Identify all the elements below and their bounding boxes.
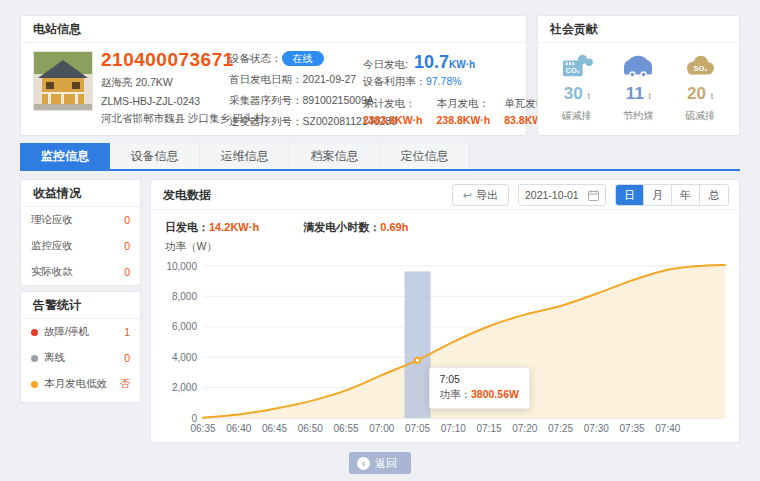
first-gen-date: 2021-09-27 (303, 73, 357, 85)
tab-operation-info[interactable]: 运维信息 (200, 143, 290, 169)
chart-panel-title: 发电数据 (163, 188, 211, 202)
so2-unit: t (711, 91, 714, 101)
svg-text:CO₂: CO₂ (565, 66, 580, 75)
so2-cloud-icon: SO₂ (683, 53, 717, 81)
co2-number: 30 (564, 84, 583, 103)
alarm-stats-panel: 告警统计 故障/停机1 离线0 本月发电低效否 (20, 291, 141, 403)
total-generation-value: 2383.8KW·h (363, 114, 423, 126)
month-generation-label: 本月发电： (437, 97, 491, 111)
month-generation: 本月发电： 238.8KW·h (437, 97, 491, 126)
today-generation-label: 今日发电: (363, 58, 408, 70)
collector-label: 采集器序列号： (229, 94, 303, 106)
revenue-panel-title: 收益情况 (21, 180, 140, 207)
row-label: 理论应收 (31, 213, 73, 227)
low-efficiency-status-dot (31, 381, 38, 388)
range-month-button[interactable]: 月 (644, 185, 672, 206)
device-status-label: 设备状态： (229, 52, 282, 64)
range-year-button[interactable]: 年 (672, 185, 700, 206)
status-badge: 在线 (282, 51, 324, 66)
date-picker[interactable]: 2021-10-01 (518, 184, 606, 206)
svg-text:06:50: 06:50 (298, 423, 323, 434)
coal-unit: t (649, 91, 652, 101)
utilization-value: 97.78% (426, 75, 462, 87)
collector-row: 采集器序列号：89100215009A (229, 93, 369, 108)
coal-number: 11 (626, 84, 644, 103)
so2-reduction-item: SO₂ 20 t 硫减排 (683, 53, 717, 123)
inverter-label: 逆变器序列号： (229, 115, 303, 127)
svg-text:07:20: 07:20 (512, 423, 537, 434)
tooltip-time: 7:05 (440, 373, 519, 385)
row-label-wrap: 本月发电低效 (31, 377, 107, 391)
coal-truck-icon (621, 53, 655, 81)
svg-text:07:05: 07:05 (405, 423, 430, 434)
row-value: 0 (124, 214, 130, 226)
social-panel-title: 社会贡献 (538, 16, 739, 43)
tooltip-value: 3800.56W (471, 388, 519, 400)
export-button[interactable]: ↩导出 (452, 184, 509, 206)
station-panel-title: 电站信息 (21, 16, 526, 43)
row-label: 离线 (44, 351, 65, 363)
daily-generation-value: 14.2KW·h (209, 221, 259, 233)
svg-text:10,000: 10,000 (166, 261, 197, 272)
first-gen-row: 首日发电日期：2021-09-27 (229, 72, 369, 87)
revenue-row-actual: 实际收款0 (21, 259, 140, 285)
svg-text:4,000: 4,000 (172, 352, 197, 363)
svg-text:8,000: 8,000 (172, 291, 197, 302)
svg-text:07:30: 07:30 (584, 423, 609, 434)
range-total-button[interactable]: 总 (700, 185, 728, 206)
tab-monitoring-info[interactable]: 监控信息 (20, 143, 110, 169)
row-value: 0 (124, 266, 130, 278)
coal-label: 节约煤 (621, 109, 655, 123)
coal-value: 11 t (621, 84, 655, 104)
device-status-row: 设备状态：在线 (229, 51, 369, 66)
svg-text:SO₂: SO₂ (694, 64, 708, 73)
tab-device-info[interactable]: 设备信息 (110, 143, 200, 169)
full-hours-label: 满发电小时数： (303, 221, 380, 233)
svg-text:07:40: 07:40 (655, 423, 680, 434)
station-id: 210400073671 (101, 49, 229, 71)
svg-text:07:35: 07:35 (620, 423, 645, 434)
station-address: 河北省邯郸市魏县 沙口集乡 码头村 (101, 112, 229, 126)
utilization: 设备利用率：97.78% (363, 75, 521, 89)
so2-value: 20 t (683, 84, 717, 104)
row-value: 0 (124, 240, 130, 252)
co2-unit: t (587, 91, 590, 101)
so2-number: 20 (687, 84, 706, 103)
export-arrow-icon: ↩ (463, 189, 472, 201)
chart-area[interactable]: 02,0004,0006,0008,00010,00006:3506:4006:… (159, 240, 733, 438)
chart-stats-line: 日发电：14.2KW·h 满发电小时数：0.69h (165, 220, 408, 235)
total-generation: 累计发电： 2383.8KW·h (363, 97, 423, 126)
back-button-label: 返回 (375, 452, 397, 474)
range-day-button[interactable]: 日 (616, 185, 644, 206)
row-value: 1 (124, 326, 130, 338)
back-button[interactable]: ‹ 返回 (349, 452, 411, 474)
svg-text:07:10: 07:10 (441, 423, 466, 434)
generation-data-panel: 发电数据 ↩导出 2021-10-01 日 月 年 总 日发电：14.2KW·h… (150, 179, 740, 443)
full-hours-value: 0.69h (380, 221, 408, 233)
chart-panel-header: 发电数据 ↩导出 2021-10-01 日 月 年 总 (151, 180, 739, 210)
svg-text:06:55: 06:55 (333, 423, 358, 434)
co2-label: 碳减排 (560, 109, 594, 123)
revenue-row-monitored: 监控应收0 (21, 233, 140, 259)
coal-saving-item: 11 t 节约煤 (621, 53, 655, 123)
tooltip-label: 功率： (440, 388, 472, 400)
svg-text:6,000: 6,000 (172, 321, 197, 332)
export-label: 导出 (476, 189, 498, 201)
tab-archive-info[interactable]: 档案信息 (290, 143, 380, 169)
co2-emission-icon: CO₂ (560, 53, 594, 81)
svg-text:06:40: 06:40 (226, 423, 251, 434)
co2-value: 30 t (560, 84, 594, 104)
tab-location-info[interactable]: 定位信息 (380, 143, 470, 169)
daily-generation-label: 日发电： (165, 221, 209, 233)
row-label: 本月发电低效 (44, 377, 107, 389)
month-generation-value: 238.8KW·h (437, 114, 491, 126)
co2-reduction-item: CO₂ 30 t 碳减排 (560, 53, 594, 123)
alarm-panel-title: 告警统计 (21, 292, 140, 319)
main-tabbar: 监控信息 设备信息 运维信息 档案信息 定位信息 (20, 143, 740, 171)
svg-text:06:45: 06:45 (262, 423, 287, 434)
row-label: 故障/停机 (44, 325, 89, 337)
row-label-wrap: 故障/停机 (31, 325, 89, 339)
row-label-wrap: 离线 (31, 351, 65, 365)
station-owner: 赵海亮 20.7KW (101, 76, 229, 90)
range-button-group: 日 月 年 总 (615, 184, 729, 206)
